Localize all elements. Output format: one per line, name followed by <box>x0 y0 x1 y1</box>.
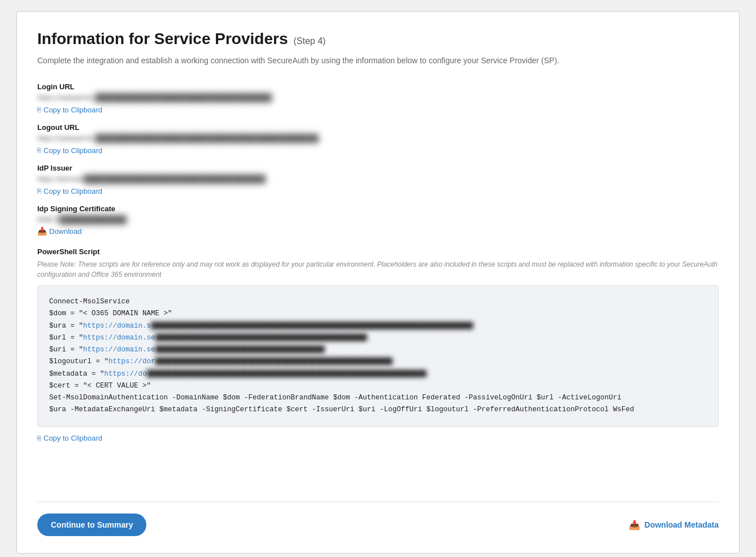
idp-issuer-value: https://domain██████████████████████████… <box>37 175 719 183</box>
copy-icon: ⎘ <box>37 106 41 114</box>
ps-url-start: $url = " <box>49 334 83 342</box>
login-url-copy-button[interactable]: ⎘ Copy to Clipboard <box>37 106 102 114</box>
idp-signing-cert-label: Idp Signing Certificate <box>37 204 719 213</box>
ps-line-6: $logouturl = "https://dor███████████████… <box>49 356 707 368</box>
ps-uri-blur: ████████████████████████████████████████ <box>155 346 325 354</box>
login-url-label: Login URL <box>37 82 719 91</box>
logout-url-blurred: ████████████████████████████████████████… <box>95 134 319 142</box>
cert-blurred: █████████████ <box>59 215 127 224</box>
footer-row: Continue to Summary 📥 Download Metadata <box>37 514 719 536</box>
powershell-box: Connect-MsolService $dom = "< O365 DOMAI… <box>37 285 719 427</box>
idp-signing-cert-value: 008C7█████████████ <box>37 215 719 224</box>
ps-uri-link[interactable]: https://domain.se <box>83 346 155 354</box>
download-metadata-button[interactable]: 📥 Download Metadata <box>629 520 719 530</box>
login-url-section: Login URL https://webadmin.█████████████… <box>37 82 719 114</box>
copy-icon-2: ⎘ <box>37 146 41 154</box>
ps-line-4: $url = "https://domain.se███████████████… <box>49 332 707 344</box>
ps-line-3: $ura = "https://domain.s████████████████… <box>49 320 707 332</box>
ps-logouturl-start: $logouturl = " <box>49 358 108 365</box>
ps-line-5: $uri = "https://domain.se███████████████… <box>49 344 707 356</box>
idp-signing-cert-section: Idp Signing Certificate 008C7███████████… <box>37 204 719 236</box>
ps-uri-start: $uri = " <box>49 346 83 354</box>
logout-url-section: Logout URL https://webadmin.████████████… <box>37 123 719 155</box>
logout-url-label: Logout URL <box>37 123 719 132</box>
download-metadata-label: Download Metadata <box>645 520 719 529</box>
download-metadata-icon: 📥 <box>629 520 640 530</box>
ps-line-10: $ura -MetadataExchangeUri $metadata -Sig… <box>49 404 707 416</box>
page-title: Information for Service Providers <box>37 30 288 48</box>
page-title-row: Information for Service Providers (Step … <box>37 30 719 48</box>
page-container: Information for Service Providers (Step … <box>16 11 740 554</box>
ps-logouturl-link[interactable]: https://dor <box>108 358 155 365</box>
page-description: Complete the integration and establish a… <box>37 55 719 67</box>
ps-url-link[interactable]: https://domain.se <box>83 334 155 342</box>
powershell-label: PowerShell Script <box>37 247 719 256</box>
login-url-prefix: https://webadmin. <box>37 93 95 102</box>
powershell-note: Please Note: These scripts are for refer… <box>37 259 719 280</box>
copy-icon-4: ⎘ <box>37 434 41 442</box>
ps-ura-blur: ████████████████████████████████████████… <box>151 322 473 330</box>
ps-ura-link[interactable]: https://domain.s <box>83 322 151 330</box>
step-label: (Step 4) <box>293 36 325 46</box>
idp-issuer-blurred: ███████████████████████████████████ <box>84 175 266 183</box>
footer-divider <box>37 502 719 502</box>
ps-metadata-link[interactable]: https://do <box>105 370 147 378</box>
cert-download-button[interactable]: 📥 Download <box>37 227 82 236</box>
continue-to-summary-button[interactable]: Continue to Summary <box>37 514 146 536</box>
idp-issuer-prefix: https://domain <box>37 175 84 183</box>
login-url-copy-label: Copy to Clipboard <box>44 106 102 114</box>
ps-metadata-start: $metadata = " <box>49 370 105 378</box>
powershell-section: PowerShell Script Please Note: These scr… <box>37 247 719 443</box>
ps-metadata-blur: ████████████████████████████████████████… <box>147 370 427 378</box>
idp-issuer-label: IdP Issuer <box>37 164 719 172</box>
ps-line-2: $dom = "< O365 DOMAIN NAME >" <box>49 308 707 320</box>
copy-icon-3: ⎘ <box>37 187 41 195</box>
ps-line-7: $metadata = "https://do█████████████████… <box>49 368 707 380</box>
logout-url-prefix: https://webadmin. <box>37 134 95 142</box>
ps-url-blur: ████████████████████████████████████████… <box>155 334 367 342</box>
powershell-copy-button[interactable]: ⎘ Copy to Clipboard <box>37 434 102 442</box>
logout-url-value: https://webadmin.███████████████████████… <box>37 134 719 142</box>
ps-line-9: Set-MsolDomainAuthentication -DomainName… <box>49 392 707 404</box>
ps-logouturl-blur: ████████████████████████████████████████… <box>155 358 393 365</box>
logout-url-copy-button[interactable]: ⎘ Copy to Clipboard <box>37 146 102 155</box>
idp-issuer-copy-label: Copy to Clipboard <box>44 187 102 195</box>
ps-ura-start: $ura = " <box>49 322 83 330</box>
logout-url-copy-label: Copy to Clipboard <box>44 146 102 155</box>
ps-line-1: Connect-MsolService <box>49 296 707 308</box>
idp-issuer-section: IdP Issuer https://domain███████████████… <box>37 164 719 195</box>
cert-prefix: 008C7 <box>37 215 59 224</box>
login-url-value: https://webadmin.███████████████████████… <box>37 93 719 102</box>
ps-line-8: $cert = "< CERT VALUE >" <box>49 380 707 392</box>
login-url-blurred: ██████████████████████████████████ <box>95 93 272 102</box>
powershell-copy-label: Copy to Clipboard <box>44 434 102 442</box>
download-arrow-icon: 📥 <box>37 227 47 236</box>
cert-download-label: Download <box>49 227 82 236</box>
idp-issuer-copy-button[interactable]: ⎘ Copy to Clipboard <box>37 187 102 195</box>
